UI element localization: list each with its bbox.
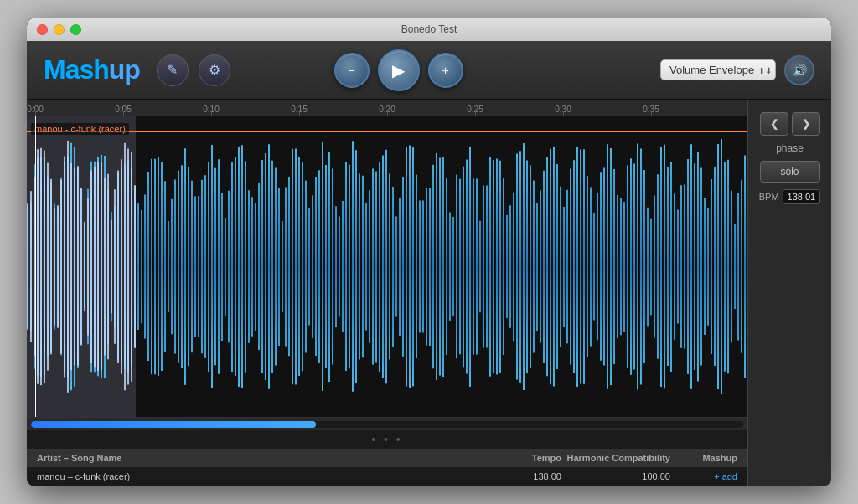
transport-controls: − ▶ + bbox=[334, 49, 463, 91]
cell-tempo: 138.00 bbox=[494, 471, 561, 481]
volume-icon: 🔊 bbox=[793, 64, 807, 77]
col-header-tempo: Tempo bbox=[494, 453, 561, 463]
list-header: Artist – Song Name Tempo Harmonic Compat… bbox=[27, 450, 747, 467]
scrollbar-track[interactable] bbox=[31, 421, 743, 428]
playhead[interactable] bbox=[35, 116, 36, 417]
bpm-label: BPM bbox=[759, 192, 779, 202]
traffic-lights bbox=[37, 24, 81, 35]
close-button[interactable] bbox=[37, 24, 48, 35]
col-header-harmonic: Harmonic Compatibility bbox=[561, 453, 670, 463]
bpm-row: BPM 138,01 bbox=[755, 189, 824, 204]
minus-icon: − bbox=[349, 64, 355, 77]
window-title: Bonedo Test bbox=[401, 23, 457, 35]
rewind-button[interactable]: − bbox=[334, 53, 370, 88]
nav-buttons: ❮ ❯ bbox=[760, 112, 820, 136]
play-icon: ▶ bbox=[392, 60, 405, 80]
envelope-select-wrapper[interactable]: Volume Envelope bbox=[660, 59, 776, 80]
gear-icon: ⚙ bbox=[209, 62, 220, 78]
table-row[interactable]: manou – c-funk (racer) 138.00 100.00 + a… bbox=[27, 467, 747, 486]
waveform[interactable]: // Will be generated dynamically bbox=[27, 116, 747, 417]
chevron-left-icon: ❮ bbox=[770, 118, 778, 130]
solo-button[interactable]: solo bbox=[760, 161, 820, 183]
minimize-button[interactable] bbox=[54, 24, 65, 35]
track-container[interactable]: manou - c-funk (racer) // Will be gen bbox=[27, 116, 747, 417]
volume-button[interactable]: 🔊 bbox=[784, 55, 814, 85]
app-logo: Mashup bbox=[44, 54, 140, 85]
play-button[interactable]: ▶ bbox=[378, 49, 420, 91]
scrollbar-area bbox=[27, 417, 747, 430]
settings-button[interactable]: ⚙ bbox=[199, 54, 230, 86]
toolbar: Mashup ✎ ⚙ − ▶ + Volume Envelope bbox=[27, 41, 831, 100]
track-name: manou - c-funk (racer) bbox=[31, 123, 129, 135]
titlebar: Bonedo Test bbox=[27, 18, 831, 41]
solo-label: solo bbox=[780, 166, 799, 177]
track-area: 0:00 0:05 0:10 0:15 0:20 0:25 0:30 0:35 … bbox=[27, 100, 747, 486]
content-area: 0:00 0:05 0:10 0:15 0:20 0:25 0:30 0:35 … bbox=[27, 100, 831, 486]
prev-button[interactable]: ❮ bbox=[760, 112, 788, 136]
next-button[interactable]: ❯ bbox=[792, 112, 820, 136]
scrollbar-thumb[interactable] bbox=[31, 421, 316, 428]
edit-button[interactable]: ✎ bbox=[157, 54, 189, 86]
cell-name: manou – c-funk (racer) bbox=[37, 471, 494, 481]
timeline-ruler: 0:00 0:05 0:10 0:15 0:20 0:25 0:30 0:35 bbox=[27, 100, 747, 116]
plus-icon: + bbox=[442, 64, 449, 77]
col-header-name: Artist – Song Name bbox=[37, 453, 494, 463]
envelope-select[interactable]: Volume Envelope bbox=[660, 59, 776, 80]
fast-forward-button[interactable]: + bbox=[428, 53, 463, 88]
add-button[interactable]: + add bbox=[670, 471, 737, 481]
col-header-mashup: Mashup bbox=[670, 453, 737, 463]
toolbar-right: Volume Envelope 🔊 bbox=[660, 55, 814, 85]
right-panel: ❮ ❯ phase solo BPM 138,01 bbox=[747, 100, 831, 486]
chevron-right-icon: ❯ bbox=[802, 118, 810, 130]
edit-icon: ✎ bbox=[167, 62, 178, 78]
logo-text-main: Mash bbox=[44, 54, 109, 85]
track-range-line bbox=[27, 131, 747, 132]
expand-handle[interactable]: • • • bbox=[27, 430, 747, 450]
phase-label: phase bbox=[776, 142, 804, 154]
cell-harmonic: 100.00 bbox=[561, 471, 670, 481]
bpm-value: 138,01 bbox=[783, 189, 821, 204]
logo-text-accent: up bbox=[109, 54, 140, 85]
maximize-button[interactable] bbox=[70, 24, 81, 35]
